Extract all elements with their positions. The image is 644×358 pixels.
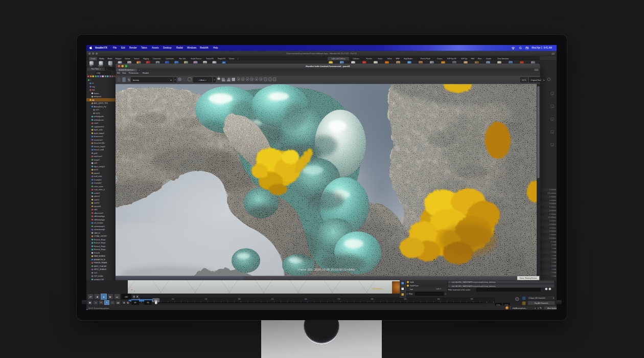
svg-text:Frame 102: 2026-02-06 20:03:50: Frame 102: 2026-02-06 20:03:50 (1m54s) xyxy=(297,268,355,271)
